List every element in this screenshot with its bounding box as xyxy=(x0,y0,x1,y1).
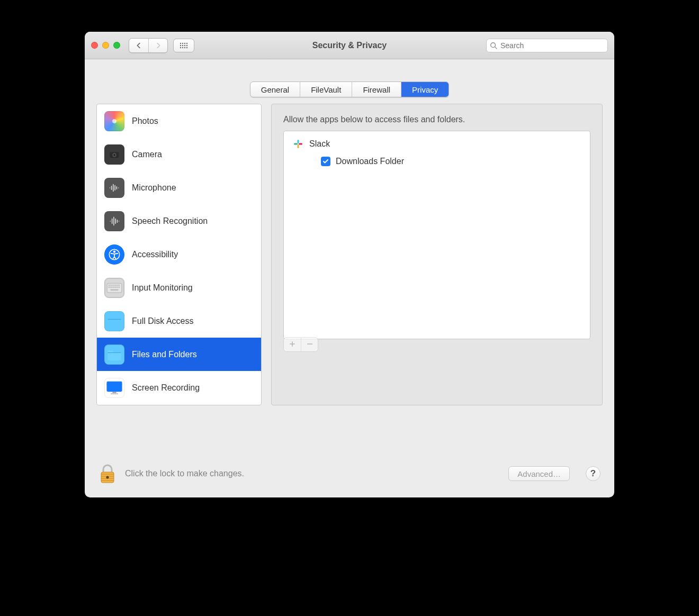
folder-icon xyxy=(104,345,124,365)
svg-rect-38 xyxy=(116,284,118,286)
apps-permissions-box: Slack Downloads Folder xyxy=(283,131,590,339)
svg-rect-49 xyxy=(111,393,119,394)
svg-point-3 xyxy=(186,42,187,43)
show-all-prefs-button[interactable] xyxy=(173,39,194,52)
svg-point-0 xyxy=(180,42,181,43)
svg-rect-40 xyxy=(109,286,110,288)
svg-rect-35 xyxy=(111,284,112,286)
tab-firewall[interactable]: Firewall xyxy=(352,82,401,97)
help-button[interactable]: ? xyxy=(586,466,601,481)
slack-app-icon xyxy=(292,138,304,150)
footer: Click the lock to make changes. Advanced… xyxy=(85,450,614,497)
preferences-window: Security & Privacy General FileVault Fir… xyxy=(85,32,614,497)
sidebar-item-label: Photos xyxy=(132,116,158,126)
sidebar-item-photos[interactable]: Photos xyxy=(97,104,261,138)
back-button[interactable] xyxy=(129,39,148,52)
titlebar: Security & Privacy xyxy=(85,32,614,59)
tab-strip: General FileVault Firewall Privacy xyxy=(250,81,450,97)
entitlement-downloads-folder[interactable]: Downloads Folder xyxy=(321,157,584,166)
svg-rect-42 xyxy=(112,286,114,288)
lock-hint-text: Click the lock to make changes. xyxy=(125,469,244,478)
svg-rect-37 xyxy=(114,284,116,286)
keyboard-icon xyxy=(104,278,124,298)
svg-point-17 xyxy=(113,154,115,156)
svg-line-13 xyxy=(495,47,497,49)
svg-rect-48 xyxy=(112,392,116,393)
sidebar-item-label: Input Monitoring xyxy=(132,283,193,293)
window-controls xyxy=(91,42,120,49)
detail-heading: Allow the apps below to access files and… xyxy=(283,115,590,124)
svg-point-32 xyxy=(113,250,115,252)
tab-filevault[interactable]: FileVault xyxy=(300,82,352,97)
camera-icon xyxy=(104,144,124,165)
lock-button[interactable] xyxy=(98,463,116,484)
chevron-right-icon xyxy=(155,42,162,49)
svg-point-7 xyxy=(186,44,187,46)
sidebar-item-label: Microphone xyxy=(132,183,176,193)
sidebar-item-full-disk-access[interactable]: Full Disk Access xyxy=(97,304,261,338)
app-row-slack[interactable]: Slack xyxy=(290,137,584,151)
svg-point-8 xyxy=(180,47,181,48)
sidebar-item-label: Accessibility xyxy=(132,250,178,259)
sidebar-item-screen-recording[interactable]: Screen Recording xyxy=(97,371,261,404)
forward-button[interactable] xyxy=(148,39,167,52)
svg-point-2 xyxy=(184,42,185,43)
svg-point-11 xyxy=(186,47,187,48)
svg-rect-44 xyxy=(116,286,118,288)
display-icon xyxy=(104,378,124,398)
add-button[interactable] xyxy=(284,338,301,351)
minus-icon xyxy=(306,340,313,348)
svg-point-59 xyxy=(106,476,109,479)
app-name: Slack xyxy=(309,139,330,149)
checkbox-checked-icon xyxy=(321,157,330,166)
sidebar-item-label: Speech Recognition xyxy=(132,216,208,226)
sidebar-item-files-and-folders[interactable]: Files and Folders xyxy=(97,338,261,371)
close-window-button[interactable] xyxy=(91,42,98,49)
sidebar-item-accessibility[interactable]: Accessibility xyxy=(97,238,261,271)
search-input[interactable] xyxy=(500,41,603,50)
nav-back-forward xyxy=(129,38,168,53)
sidebar-item-camera[interactable]: Camera xyxy=(97,138,261,171)
svg-rect-36 xyxy=(112,284,114,286)
sidebar-item-label: Files and Folders xyxy=(132,350,197,359)
detail-pane: Allow the apps below to access files and… xyxy=(271,104,603,405)
svg-point-6 xyxy=(184,44,185,46)
svg-rect-47 xyxy=(106,381,122,391)
tab-privacy[interactable]: Privacy xyxy=(401,82,449,97)
svg-point-9 xyxy=(182,47,183,48)
sidebar-item-input-monitoring[interactable]: Input Monitoring xyxy=(97,271,261,304)
sidebar-item-speech[interactable]: Speech Recognition xyxy=(97,204,261,238)
svg-rect-53 xyxy=(299,143,302,145)
svg-rect-46 xyxy=(111,289,119,291)
sidebar-item-microphone[interactable]: Microphone xyxy=(97,171,261,204)
remove-button[interactable] xyxy=(301,338,318,351)
tabs-row: General FileVault Firewall Privacy xyxy=(85,59,614,97)
sidebar-item-label: Full Disk Access xyxy=(132,316,193,326)
search-field[interactable] xyxy=(486,39,608,52)
minimize-window-button[interactable] xyxy=(102,42,109,49)
entitlement-label: Downloads Folder xyxy=(336,157,404,166)
svg-point-5 xyxy=(182,44,183,46)
search-icon xyxy=(490,42,497,49)
plus-icon xyxy=(289,340,296,348)
tab-general[interactable]: General xyxy=(250,82,300,97)
advanced-button[interactable]: Advanced… xyxy=(508,466,570,481)
grid-icon xyxy=(180,42,188,49)
svg-rect-34 xyxy=(109,284,110,286)
zoom-window-button[interactable] xyxy=(113,42,120,49)
svg-rect-52 xyxy=(298,144,299,148)
accessibility-icon xyxy=(104,244,124,265)
microphone-icon xyxy=(104,178,124,198)
privacy-category-list[interactable]: Photos Camera Microphone Speech Recognit… xyxy=(96,104,262,405)
chevron-left-icon xyxy=(135,42,142,49)
svg-rect-45 xyxy=(119,286,120,288)
lock-icon xyxy=(98,463,116,484)
svg-rect-51 xyxy=(294,143,298,145)
add-remove-buttons xyxy=(283,337,318,352)
svg-point-10 xyxy=(184,47,185,48)
svg-point-1 xyxy=(182,42,183,43)
svg-point-14 xyxy=(112,119,116,123)
svg-rect-41 xyxy=(111,286,112,288)
sidebar-item-label: Camera xyxy=(132,150,162,159)
folder-icon xyxy=(104,311,124,331)
